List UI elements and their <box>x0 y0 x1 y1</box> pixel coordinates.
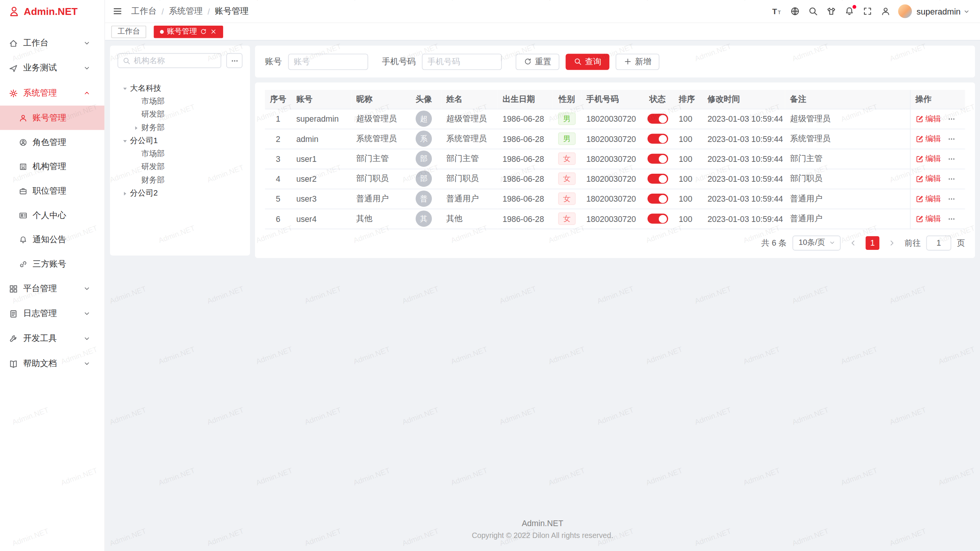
prev-page-button[interactable] <box>846 236 860 249</box>
tree-node[interactable]: 市场部 <box>118 95 243 108</box>
edit-button-label: 编辑 <box>925 214 941 224</box>
user-avatar[interactable] <box>898 4 912 18</box>
caret-down-icon[interactable] <box>121 137 129 145</box>
tree-node[interactable]: 研发部 <box>118 161 243 174</box>
row-more-button[interactable] <box>947 174 955 183</box>
sidebar-item-dev-tools[interactable]: 开发工具 <box>0 326 105 351</box>
sidebar-item-business-test[interactable]: 业务测试 <box>0 55 105 80</box>
phone-filter-label: 手机号码 <box>382 56 416 67</box>
edit-button[interactable]: 编辑 <box>915 214 941 224</box>
menu-collapse-icon[interactable] <box>113 6 122 16</box>
account-filter-input[interactable] <box>288 54 368 70</box>
sidebar-item-personal-center[interactable]: 个人中心 <box>0 203 105 228</box>
org-tree-panel: 大名科技市场部研发部财务部分公司1市场部研发部财务部分公司2 <box>110 46 250 256</box>
tree-node[interactable]: 研发部 <box>118 108 243 121</box>
sidebar-item-label: 系统管理 <box>23 88 57 99</box>
tab-label: 工作台 <box>118 26 140 37</box>
theme-icon[interactable] <box>826 6 836 16</box>
sidebar-item-label: 工作台 <box>23 37 48 49</box>
row-more-button[interactable] <box>947 195 955 203</box>
user-menu-chevron-icon[interactable] <box>963 8 970 15</box>
search-icon[interactable] <box>808 6 818 16</box>
sidebar-item-log-manage[interactable]: 日志管理 <box>0 301 105 326</box>
edit-button[interactable]: 编辑 <box>915 134 941 144</box>
status-toggle[interactable] <box>647 214 668 224</box>
refresh-icon[interactable] <box>200 28 207 35</box>
table-body: 1superadmin超级管理员超超级管理员1986-06-28男1802003… <box>265 109 965 228</box>
tree-node[interactable]: 分公司2 <box>118 187 243 200</box>
cell-account: user4 <box>291 209 351 228</box>
org-more-button[interactable] <box>226 53 242 68</box>
cell-remark: 超级管理员 <box>785 109 910 129</box>
status-toggle[interactable] <box>647 154 668 164</box>
tree-node[interactable]: 分公司1 <box>118 134 243 147</box>
table-header-row: 序号账号昵称头像姓名出生日期性别手机号码状态排序修改时间备注操作 <box>265 90 965 109</box>
edit-button[interactable]: 编辑 <box>915 153 941 164</box>
cell-remark: 普通用户 <box>785 209 910 228</box>
column-header: 手机号码 <box>581 90 641 109</box>
next-page-button[interactable] <box>885 236 899 249</box>
sidebar-item-role-manage[interactable]: 角色管理 <box>0 130 105 155</box>
goto-page-input[interactable] <box>926 235 951 250</box>
status-toggle[interactable] <box>647 114 668 124</box>
status-toggle[interactable] <box>647 194 668 204</box>
notification-icon <box>19 235 28 244</box>
cell-actions: 编辑 <box>910 109 965 129</box>
sidebar-item-third-party-account[interactable]: 三方账号 <box>0 252 105 276</box>
query-button[interactable]: 查询 <box>566 54 609 70</box>
sidebar-item-position-manage[interactable]: 职位管理 <box>0 179 105 203</box>
sidebar-item-label: 帮助文档 <box>23 358 57 369</box>
row-more-button[interactable] <box>947 155 955 163</box>
org-name-input[interactable] <box>134 56 216 65</box>
notification-icon[interactable] <box>844 6 854 16</box>
tab-workbench[interactable]: 工作台 <box>111 25 146 38</box>
language-icon[interactable] <box>790 6 800 16</box>
add-button[interactable]: 新增 <box>616 54 659 70</box>
page-number-button[interactable]: 1 <box>866 236 879 249</box>
caret-down-icon[interactable] <box>121 85 129 92</box>
app-logo[interactable]: Admin.NET <box>0 0 105 23</box>
caret-right-icon[interactable] <box>121 190 129 197</box>
sidebar-item-org-manage[interactable]: 机构管理 <box>0 154 105 179</box>
sidebar-item-system-manage[interactable]: 系统管理 <box>0 81 105 106</box>
phone-filter-input[interactable] <box>422 54 502 70</box>
status-toggle[interactable] <box>647 174 668 184</box>
sidebar-item-workbench[interactable]: 工作台 <box>0 31 105 55</box>
row-avatar: 系 <box>416 130 432 147</box>
tab-account-manage[interactable]: 账号管理 <box>154 25 223 38</box>
chevron-down-icon <box>83 64 91 72</box>
sidebar-item-help-docs[interactable]: 帮助文档 <box>0 351 105 376</box>
cell-nickname: 系统管理员 <box>351 129 407 148</box>
row-more-button[interactable] <box>947 115 955 123</box>
edit-button[interactable]: 编辑 <box>915 173 941 184</box>
breadcrumb-item[interactable]: 工作台 <box>131 6 157 17</box>
breadcrumb-item[interactable]: 系统管理 <box>169 6 203 17</box>
reset-button[interactable]: 重置 <box>516 54 559 70</box>
cell-birthday: 1986-06-28 <box>498 209 553 228</box>
user-name[interactable]: superadmin <box>916 7 960 16</box>
breadcrumb-item[interactable]: 账号管理 <box>215 6 248 17</box>
close-icon[interactable] <box>210 28 217 35</box>
sidebar-item-account-manage[interactable]: 账号管理 <box>0 106 105 130</box>
tree-node[interactable]: 大名科技 <box>118 82 243 95</box>
edit-button[interactable]: 编辑 <box>915 193 941 204</box>
cell-avatar: 超 <box>406 109 441 129</box>
tree-node-label: 财务部 <box>141 122 165 133</box>
sidebar-item-notice[interactable]: 通知公告 <box>0 227 105 252</box>
cell-name: 超级管理员 <box>441 109 498 129</box>
edit-button[interactable]: 编辑 <box>915 113 941 124</box>
tree-node[interactable]: 市场部 <box>118 147 243 160</box>
status-toggle[interactable] <box>647 134 668 144</box>
row-more-button[interactable] <box>947 215 955 223</box>
font-size-icon[interactable]: TT <box>772 6 782 16</box>
tree-node[interactable]: 财务部 <box>118 174 243 187</box>
sidebar-item-platform-manage[interactable]: 平台管理 <box>0 276 105 301</box>
page-size-select[interactable]: 10条/页 <box>792 235 841 250</box>
row-avatar: 超 <box>416 111 432 127</box>
row-more-button[interactable] <box>947 135 955 143</box>
tree-node[interactable]: 财务部 <box>118 121 243 134</box>
profile-icon[interactable] <box>881 6 891 16</box>
fullscreen-icon[interactable] <box>863 6 873 16</box>
book-icon <box>9 359 18 368</box>
caret-right-icon[interactable] <box>132 124 140 132</box>
